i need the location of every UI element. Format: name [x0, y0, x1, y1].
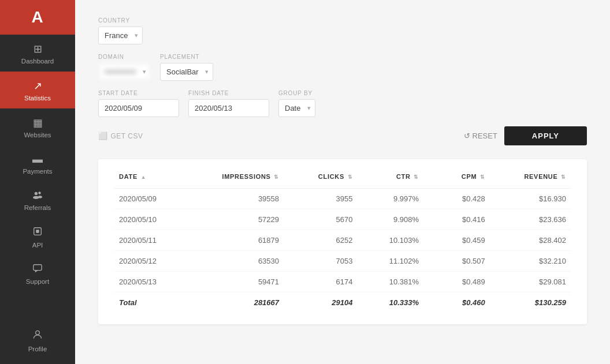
action-row: ⬜ GET CSV ↺ RESET APPLY — [98, 126, 587, 145]
sidebar-item-payments[interactable]: ▬ Payments — [0, 145, 75, 182]
sidebar-item-websites[interactable]: ▦ Websites — [0, 108, 75, 145]
sidebar-label-dashboard: Dashboard — [21, 58, 54, 65]
sidebar-label-referrals: Referrals — [24, 204, 51, 211]
cell-date: 2020/05/09 — [114, 189, 195, 209]
cell-impressions: 57229 — [195, 209, 284, 230]
cell-clicks: 6252 — [284, 230, 357, 251]
sort-icon-impressions: ⇅ — [274, 174, 279, 180]
filter-group-country: COUNTRY France — [98, 17, 143, 44]
groupby-select-wrapper: Date — [278, 99, 315, 117]
reset-button[interactable]: ↺ RESET — [464, 132, 497, 140]
payments-icon: ▬ — [32, 153, 43, 166]
finish-date-input[interactable] — [188, 99, 269, 117]
cell-total-revenue: $130.259 — [490, 292, 571, 313]
filter-group-finishdate: FINISH DATE — [188, 90, 269, 117]
placement-select[interactable]: SocialBar — [160, 63, 213, 81]
table-row: 2020/05/12 63530 7053 11.102% $0.507 $32… — [114, 251, 571, 272]
sidebar-item-support[interactable]: Support — [0, 256, 75, 292]
cell-total-cpm: $0.460 — [423, 292, 490, 313]
sidebar-logo: A — [0, 0, 75, 35]
sidebar-label-support: Support — [26, 278, 49, 285]
apply-button[interactable]: APPLY — [504, 126, 587, 145]
sidebar-label-statistics: Statistics — [24, 95, 51, 102]
cell-revenue: $28.402 — [490, 230, 571, 251]
sort-icon-revenue: ⇅ — [561, 174, 566, 180]
cell-total-ctr: 10.333% — [357, 292, 423, 313]
domain-select[interactable]: •••••••••••• — [98, 63, 151, 81]
svg-point-3 — [38, 196, 42, 198]
sidebar-item-api[interactable]: API — [0, 218, 75, 256]
domain-label: DOMAIN — [98, 54, 151, 60]
cell-cpm: $0.459 — [423, 230, 490, 251]
svg-rect-5 — [36, 230, 39, 232]
cell-clicks: 5670 — [284, 209, 357, 230]
cell-revenue: $16.930 — [490, 189, 571, 209]
cell-date: 2020/05/12 — [114, 251, 195, 272]
cell-total-impressions: 281667 — [195, 292, 284, 313]
statistics-table: DATE ▲ IMPRESSIONS ⇅ CLICKS ⇅ CTR ⇅ — [114, 173, 571, 313]
cell-clicks: 3955 — [284, 189, 357, 209]
statistics-table-card: DATE ▲ IMPRESSIONS ⇅ CLICKS ⇅ CTR ⇅ — [98, 159, 587, 324]
table-body: 2020/05/09 39558 3955 9.997% $0.428 $16.… — [114, 189, 571, 313]
sidebar-label-api: API — [32, 242, 43, 249]
sidebar-item-dashboard[interactable]: ⊞ Dashboard — [0, 35, 75, 72]
country-select[interactable]: France — [98, 27, 143, 44]
websites-icon: ▦ — [33, 117, 43, 129]
sidebar-label-profile: Profile — [28, 346, 47, 352]
col-header-ctr[interactable]: CTR ⇅ — [357, 173, 423, 189]
reset-label: RESET — [473, 132, 497, 140]
cell-ctr: 10.103% — [357, 230, 423, 251]
cell-impressions: 39558 — [195, 189, 284, 209]
finishdate-label: FINISH DATE — [188, 90, 269, 96]
startdate-label: START DATE — [98, 90, 179, 96]
country-label: COUNTRY — [98, 17, 143, 24]
domain-select-wrapper: •••••••••••• — [98, 63, 151, 81]
filter-group-groupby: GROUP BY Date — [278, 90, 315, 117]
svg-point-0 — [35, 192, 38, 195]
sidebar-label-payments: Payments — [23, 168, 52, 175]
sidebar-label-websites: Websites — [24, 132, 51, 138]
col-header-date[interactable]: DATE ▲ — [114, 173, 195, 189]
cell-cpm: $0.428 — [423, 189, 490, 209]
sidebar-item-referrals[interactable]: Referrals — [0, 182, 75, 218]
cell-cpm: $0.416 — [423, 209, 490, 230]
support-icon — [32, 264, 43, 276]
sidebar-item-profile[interactable]: Profile — [0, 321, 75, 359]
sort-icon-date: ▲ — [141, 174, 147, 180]
csv-label: GET CSV — [111, 132, 143, 140]
cell-ctr: 9.997% — [357, 189, 423, 209]
dashboard-icon: ⊞ — [34, 43, 42, 55]
sidebar-item-statistics[interactable]: ↗ Statistics — [0, 72, 75, 108]
cell-ctr: 9.908% — [357, 209, 423, 230]
cell-ctr: 11.102% — [357, 251, 423, 272]
filter-group-placement: PLACEMENT SocialBar — [160, 54, 213, 81]
cell-clicks: 6174 — [284, 272, 357, 292]
groupby-label: GROUP BY — [278, 90, 315, 96]
main-content: COUNTRY France DOMAIN •••••••••••• P — [75, 0, 610, 364]
table-row: 2020/05/10 57229 5670 9.908% $0.416 $23.… — [114, 209, 571, 230]
col-header-revenue[interactable]: REVENUE ⇅ — [490, 173, 571, 189]
table-row: 2020/05/11 61879 6252 10.103% $0.459 $28… — [114, 230, 571, 251]
api-icon — [32, 226, 43, 239]
filter-group-startdate: START DATE — [98, 90, 179, 117]
col-header-cpm[interactable]: CPM ⇅ — [423, 173, 490, 189]
cell-date: 2020/05/11 — [114, 230, 195, 251]
groupby-select[interactable]: Date — [278, 99, 315, 117]
action-right: ↺ RESET APPLY — [464, 126, 587, 145]
table-row: 2020/05/13 59471 6174 10.381% $0.489 $29… — [114, 272, 571, 292]
get-csv-button[interactable]: ⬜ GET CSV — [98, 132, 143, 140]
table-row: 2020/05/09 39558 3955 9.997% $0.428 $16.… — [114, 189, 571, 209]
sort-icon-ctr: ⇅ — [414, 174, 419, 180]
svg-point-7 — [36, 331, 40, 335]
cell-date: 2020/05/10 — [114, 209, 195, 230]
svg-point-2 — [33, 196, 39, 199]
placement-label: PLACEMENT — [160, 54, 213, 60]
cell-revenue: $32.210 — [490, 251, 571, 272]
start-date-input[interactable] — [98, 99, 179, 117]
sort-icon-cpm: ⇅ — [480, 174, 485, 180]
col-header-clicks[interactable]: CLICKS ⇅ — [284, 173, 357, 189]
cell-clicks: 7053 — [284, 251, 357, 272]
col-header-impressions[interactable]: IMPRESSIONS ⇅ — [195, 173, 284, 189]
filter-row-dates-groupby: START DATE FINISH DATE GROUP BY Date — [98, 90, 587, 117]
filters-section: COUNTRY France DOMAIN •••••••••••• P — [98, 17, 587, 145]
